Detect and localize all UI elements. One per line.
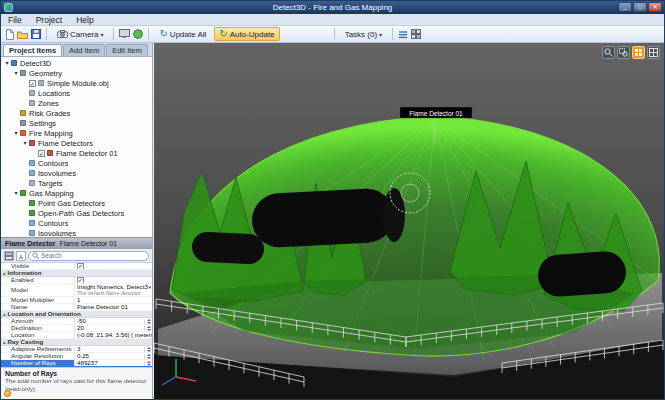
tree-item-label: Isovolumes: [38, 229, 76, 238]
tree-item-open-path-gas-detectors[interactable]: Open-Path Gas Detectors: [1, 208, 152, 218]
open-folder-icon[interactable]: [17, 30, 28, 39]
property-label: Model Multiplier: [1, 297, 75, 303]
tree-item-settings[interactable]: Settings: [1, 118, 152, 128]
search-input[interactable]: [41, 252, 145, 259]
layout-icon[interactable]: [411, 29, 421, 39]
toolbar-separator: [392, 28, 393, 40]
maximize-button[interactable]: □: [633, 2, 647, 12]
tree-item-gas-mapping[interactable]: ▾Gas Mapping: [1, 188, 152, 198]
section-ray-casting[interactable]: ▴Ray Casting: [1, 339, 152, 346]
tab-add-item[interactable]: Add Item: [63, 44, 105, 56]
stepper-control[interactable]: [144, 361, 152, 366]
tree-item-zones[interactable]: Zones: [1, 98, 152, 108]
update-all-button[interactable]: ↻ Update All: [154, 27, 211, 41]
checkbox[interactable]: ✓: [77, 277, 84, 283]
tree-item-detect3d[interactable]: ▾Detect3D: [1, 58, 152, 68]
alphabetical-icon[interactable]: A: [16, 251, 26, 261]
stepper-control[interactable]: [144, 347, 152, 352]
flame-detector-label: Flame Detector 01: [409, 110, 463, 117]
menu-help[interactable]: Help: [69, 14, 100, 26]
menu-file[interactable]: File: [1, 14, 29, 26]
expander-icon[interactable]: ▾: [3, 58, 11, 68]
property-label: Declination: [1, 325, 75, 331]
viewport-3d[interactable]: Flame Detector 01: [154, 43, 664, 399]
screenshot-icon[interactable]: [119, 29, 130, 39]
view-layout-icon[interactable]: [647, 46, 660, 59]
model-file-icon: [38, 80, 44, 86]
tree-item-contours[interactable]: Contours: [1, 158, 152, 168]
property-value[interactable]: 20: [75, 325, 152, 331]
tree-item-label: Simple Module.obj: [47, 79, 109, 88]
zoom-icon[interactable]: [602, 46, 615, 59]
zoom-window-icon[interactable]: [617, 46, 630, 59]
categorized-icon[interactable]: [4, 251, 14, 261]
tree-item-locations[interactable]: Locations: [1, 88, 152, 98]
save-icon[interactable]: [31, 29, 41, 39]
property-row-number-of-rays[interactable]: Number of Rays489237: [1, 360, 152, 367]
property-row-adaptive-refinements[interactable]: Adaptive Refinements3: [1, 346, 152, 353]
property-value[interactable]: (-0.08, 21.94, 3.56) [ meters ]: [75, 332, 152, 338]
tree-item-fire-mapping[interactable]: ▾Fire Mapping: [1, 128, 152, 138]
tree-item-geometry[interactable]: ▾Geometry: [1, 68, 152, 78]
window-title: Detect3D - Fire and Gas Mapping: [1, 1, 664, 14]
camera-dropdown[interactable]: Camera ▾: [52, 28, 108, 41]
menu-project[interactable]: Project: [29, 14, 69, 26]
update-all-label: Update All: [170, 30, 206, 39]
tree-item-flame-detector-01[interactable]: ✓Flame Detector 01: [1, 148, 152, 158]
tree-checkbox[interactable]: ✓: [29, 80, 36, 87]
property-row-model[interactable]: ModelInsight Numerics, Detect3D▾The defa…: [1, 284, 152, 297]
expander-icon[interactable]: ▾: [21, 138, 29, 148]
property-row-azimuth[interactable]: Azimuth-50: [1, 318, 152, 325]
property-row-model-multiplier[interactable]: Model Multiplier1: [1, 297, 152, 304]
refresh-icon: ↻: [159, 29, 167, 39]
property-value[interactable]: Flame Detector 01: [75, 304, 152, 310]
expander-icon[interactable]: ▾: [12, 68, 20, 78]
stepper-control[interactable]: [144, 319, 152, 324]
tree-item-risk-grades[interactable]: Risk Grades: [1, 108, 152, 118]
property-value[interactable]: 0.25: [75, 353, 152, 359]
property-label: Model: [1, 284, 75, 296]
close-button[interactable]: ✕: [648, 2, 662, 12]
expander-icon[interactable]: ▾: [12, 128, 20, 138]
property-value[interactable]: 3: [75, 346, 152, 352]
tab-edit-item[interactable]: Edit Item: [106, 44, 148, 56]
property-value[interactable]: 489237: [75, 360, 152, 366]
property-value[interactable]: 1: [75, 297, 152, 303]
section-information[interactable]: ▴Information: [1, 270, 152, 277]
property-help-panel: Number of Rays The total number of rays …: [1, 367, 152, 399]
scene-canvas[interactable]: Flame Detector 01: [154, 43, 664, 399]
titlebar[interactable]: Detect3D - Fire and Gas Mapping _ □ ✕: [1, 1, 664, 14]
tree-item-contours[interactable]: Contours: [1, 218, 152, 228]
property-row-angular-resolution[interactable]: Angular Resolution0.25: [1, 353, 152, 360]
property-value[interactable]: Insight Numerics, Detect3D▾The default f…: [75, 284, 152, 296]
expander-icon[interactable]: ▾: [12, 188, 20, 198]
new-file-icon[interactable]: [5, 29, 14, 40]
tree-item-point-gas-detectors[interactable]: Point Gas Detectors: [1, 198, 152, 208]
tree-item-label: Contours: [38, 219, 68, 228]
tree-checkbox[interactable]: ✓: [38, 150, 45, 157]
property-row-enabled[interactable]: Enabled✓: [1, 277, 152, 284]
property-row-declination[interactable]: Declination20: [1, 325, 152, 332]
checkbox[interactable]: ✓: [77, 263, 84, 269]
tree-item-flame-detectors[interactable]: ▾Flame Detectors: [1, 138, 152, 148]
tree-item-targets[interactable]: Targets: [1, 178, 152, 188]
search-box[interactable]: [28, 251, 149, 261]
minimize-button[interactable]: _: [618, 2, 632, 12]
section-location-and-orientation[interactable]: ▴Location and Orientation: [1, 311, 152, 318]
tree-item-simple-module-obj[interactable]: ✓Simple Module.obj: [1, 78, 152, 88]
view-cube-icon[interactable]: [632, 46, 645, 59]
property-value[interactable]: ✓: [75, 263, 152, 269]
value-text: 0.25: [77, 353, 144, 359]
tree-item-isovolumes[interactable]: Isovolumes: [1, 228, 152, 237]
tasks-dropdown[interactable]: Tasks (0) ▾: [340, 28, 387, 41]
sphere-icon[interactable]: [133, 29, 143, 39]
auto-update-toggle[interactable]: ↻ Auto-Update: [214, 27, 279, 41]
property-value[interactable]: -50: [75, 318, 152, 324]
property-value[interactable]: ✓: [75, 277, 152, 283]
tab-project-items[interactable]: Project Items: [3, 44, 62, 56]
tree-item-isovolumes[interactable]: Isovolumes: [1, 168, 152, 178]
stepper-control[interactable]: [144, 354, 152, 359]
project-tree[interactable]: ▾Detect3D▾Geometry✓Simple Module.objLoca…: [1, 57, 152, 237]
list-icon[interactable]: [398, 30, 408, 39]
stepper-control[interactable]: [144, 326, 152, 331]
